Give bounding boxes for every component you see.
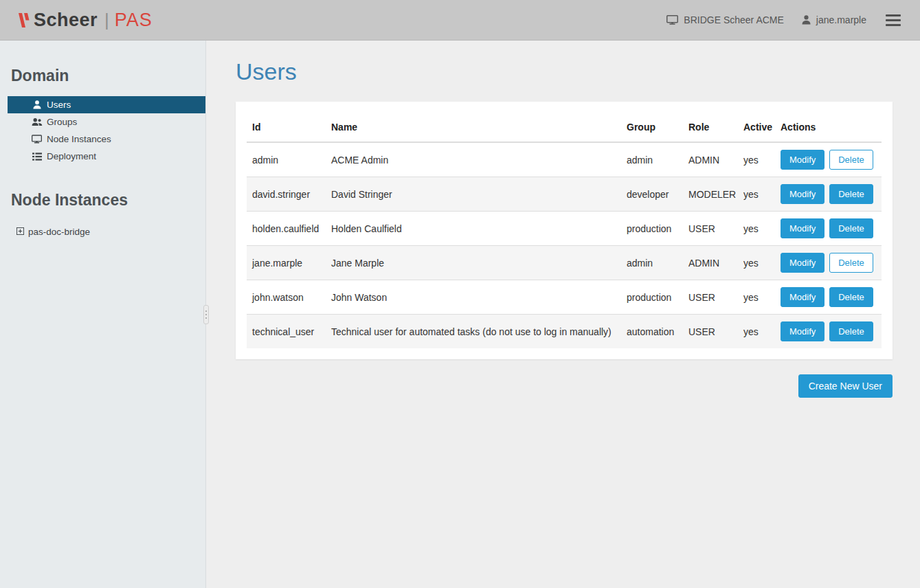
table-row: jane.marple Jane Marple admin ADMIN yes … xyxy=(247,246,882,280)
modify-button[interactable]: Modify xyxy=(781,150,824,170)
monitor-icon xyxy=(666,15,678,25)
brand-scheer-text: Scheer xyxy=(34,10,98,31)
cell-active: yes xyxy=(738,212,775,246)
page-title: Users xyxy=(236,58,920,85)
cell-active: yes xyxy=(738,246,775,280)
brand-separator: | xyxy=(104,10,109,31)
cell-active: yes xyxy=(738,142,775,177)
topbar: Scheer | PAS BRIDGE Scheer ACME jane.ma xyxy=(0,0,920,41)
col-header-id: Id xyxy=(247,113,326,142)
cell-name: Holden Caulfield xyxy=(326,212,621,246)
delete-button[interactable]: Delete xyxy=(829,287,873,307)
expand-plus-icon xyxy=(16,227,24,237)
sidebar-item-users[interactable]: Users xyxy=(8,96,205,113)
delete-button[interactable]: Delete xyxy=(829,184,873,204)
cell-active: yes xyxy=(738,280,775,315)
brand-pas-text: PAS xyxy=(115,10,153,31)
cell-id: john.watson xyxy=(247,280,326,315)
cell-name: Jane Marple xyxy=(326,246,621,280)
domain-nav: Users Groups Node Instances xyxy=(0,96,205,165)
cell-name: ACME Admin xyxy=(326,142,621,177)
modify-button[interactable]: Modify xyxy=(781,321,824,341)
cell-name: David Stringer xyxy=(326,177,621,212)
scheer-logo-icon xyxy=(18,12,30,29)
sidebar-item-groups[interactable]: Groups xyxy=(8,113,205,131)
cell-id: holden.caulfield xyxy=(247,212,326,246)
cell-group: admin xyxy=(621,246,683,280)
current-user-label: jane.marple xyxy=(816,14,866,25)
users-table-card: Id Name Group Role Active Actions admin … xyxy=(236,102,893,359)
modify-button[interactable]: Modify xyxy=(781,287,824,307)
cell-role: USER xyxy=(683,280,738,315)
brand-logo: Scheer | PAS xyxy=(18,10,153,31)
node-instance-label: pas-doc-bridge xyxy=(28,227,90,237)
table-row: technical_user Technical user for automa… xyxy=(247,315,882,349)
cell-name: Technical user for automated tasks (do n… xyxy=(326,315,621,349)
table-row: admin ACME Admin admin ADMIN yes Modify … xyxy=(247,142,882,177)
col-header-name: Name xyxy=(326,113,621,142)
users-table: Id Name Group Role Active Actions admin … xyxy=(247,113,882,348)
bridge-node-indicator[interactable]: BRIDGE Scheer ACME xyxy=(666,14,784,25)
cell-id: david.stringer xyxy=(247,177,326,212)
cell-active: yes xyxy=(738,315,775,349)
delete-button[interactable]: Delete xyxy=(829,321,873,341)
col-header-role: Role xyxy=(683,113,738,142)
sidebar-item-label: Groups xyxy=(47,117,77,127)
monitor-icon xyxy=(31,135,43,144)
cell-role: ADMIN xyxy=(683,246,738,280)
col-header-actions: Actions xyxy=(775,113,882,142)
sidebar-item-label: Node Instances xyxy=(47,134,111,144)
current-user-indicator[interactable]: jane.marple xyxy=(802,14,866,25)
sidebar-resize-handle[interactable] xyxy=(203,305,209,324)
col-header-group: Group xyxy=(621,113,683,142)
cell-group: production xyxy=(621,280,683,315)
menu-icon[interactable] xyxy=(884,12,902,29)
table-header-row: Id Name Group Role Active Actions xyxy=(247,113,882,142)
sidebar-item-label: Users xyxy=(47,100,71,110)
user-icon xyxy=(31,100,43,109)
main-content: Users Id Name Group Role Active Actions … xyxy=(206,41,920,588)
tasks-list-icon xyxy=(31,152,43,161)
cell-group: production xyxy=(621,212,683,246)
sidebar: Domain Users Groups xyxy=(0,41,206,588)
node-instances-list: pas-doc-bridge xyxy=(0,223,205,240)
table-row: holden.caulfield Holden Caulfield produc… xyxy=(247,212,882,246)
table-row: john.watson John Watson production USER … xyxy=(247,280,882,315)
modify-button[interactable]: Modify xyxy=(781,184,824,204)
cell-role: USER xyxy=(683,212,738,246)
cell-role: MODELER xyxy=(683,177,738,212)
bridge-node-label: BRIDGE Scheer ACME xyxy=(684,14,784,25)
col-header-active: Active xyxy=(738,113,775,142)
modify-button[interactable]: Modify xyxy=(781,253,824,273)
cell-id: admin xyxy=(247,142,326,177)
cell-actions: Modify Delete xyxy=(775,315,882,349)
cell-id: jane.marple xyxy=(247,246,326,280)
table-row: david.stringer David Stringer developer … xyxy=(247,177,882,212)
user-icon xyxy=(802,15,811,25)
create-user-row: Create New User xyxy=(236,374,893,398)
sidebar-item-label: Deployment xyxy=(47,151,96,161)
create-new-user-button[interactable]: Create New User xyxy=(798,374,893,398)
users-group-icon xyxy=(31,117,43,126)
cell-actions: Modify Delete xyxy=(775,177,882,212)
delete-button[interactable]: Delete xyxy=(829,253,873,273)
cell-group: admin xyxy=(621,142,683,177)
delete-button[interactable]: Delete xyxy=(829,218,873,238)
cell-actions: Modify Delete xyxy=(775,280,882,315)
cell-role: USER xyxy=(683,315,738,349)
cell-active: yes xyxy=(738,177,775,212)
sidebar-item-node-instances[interactable]: Node Instances xyxy=(8,131,205,148)
cell-actions: Modify Delete xyxy=(775,246,882,280)
cell-actions: Modify Delete xyxy=(775,212,882,246)
sidebar-item-pas-doc-bridge[interactable]: pas-doc-bridge xyxy=(8,223,205,240)
cell-group: automation xyxy=(621,315,683,349)
sidebar-item-deployment[interactable]: Deployment xyxy=(8,148,205,165)
modify-button[interactable]: Modify xyxy=(781,218,824,238)
cell-group: developer xyxy=(621,177,683,212)
cell-name: John Watson xyxy=(326,280,621,315)
topbar-right: BRIDGE Scheer ACME jane.marple xyxy=(666,12,902,29)
domain-heading: Domain xyxy=(11,67,194,85)
node-instances-heading: Node Instances xyxy=(11,191,194,210)
cell-role: ADMIN xyxy=(683,142,738,177)
delete-button[interactable]: Delete xyxy=(829,150,873,170)
